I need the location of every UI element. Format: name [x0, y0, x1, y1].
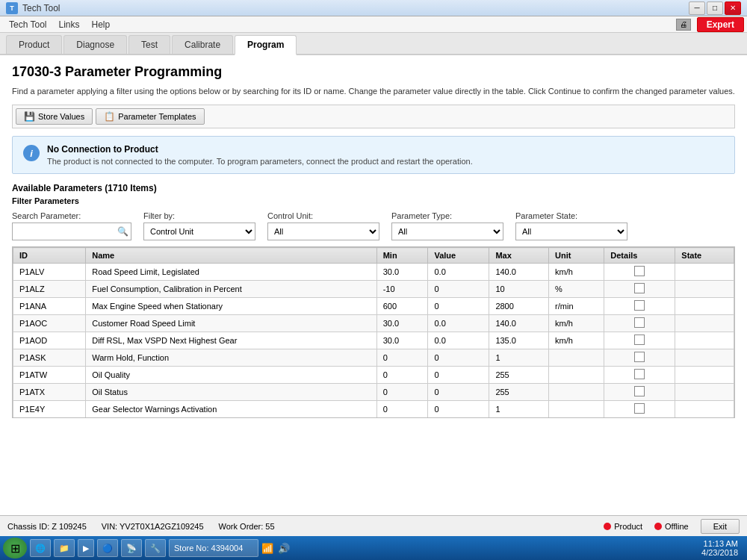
details-checkbox[interactable]: [634, 300, 645, 311]
details-checkbox[interactable]: [634, 386, 645, 396]
cell-min: 0: [376, 401, 428, 418]
taskbar-tool[interactable]: 🔧: [145, 539, 166, 557]
tab-product[interactable]: Product: [6, 35, 62, 54]
close-button[interactable]: ✕: [725, 1, 741, 15]
table-row[interactable]: P1E0W Engine Idle, Target Speed 0 0 3000…: [13, 418, 734, 419]
exit-btn-area: Product Offline Exit: [604, 519, 740, 534]
parameter-templates-icon: 📋: [104, 111, 115, 122]
control-unit-label: Control Unit:: [267, 211, 379, 220]
maximize-button[interactable]: □: [707, 1, 723, 15]
available-params-label: Available Parameters (1710 Items): [12, 183, 735, 193]
search-wrapper: 🔍: [12, 223, 131, 240]
cell-id: P1E0W: [13, 418, 86, 419]
param-state-select[interactable]: All: [515, 223, 627, 240]
cell-min: 0: [376, 418, 428, 419]
cell-max: 2800: [489, 298, 549, 315]
cell-value[interactable]: 0: [428, 281, 489, 298]
col-max: Max: [489, 248, 549, 264]
cell-details[interactable]: [604, 264, 675, 281]
cell-details[interactable]: [604, 349, 675, 367]
parameter-templates-button[interactable]: 📋 Parameter Templates: [96, 108, 204, 125]
details-checkbox[interactable]: [634, 335, 645, 345]
product-status: Product: [604, 522, 642, 531]
taskbar-ie[interactable]: 🌐: [30, 539, 51, 557]
control-unit-select[interactable]: All: [267, 223, 379, 240]
network-icon: 📶: [261, 543, 273, 554]
cell-value[interactable]: 0: [428, 384, 489, 401]
cell-value[interactable]: 0: [428, 367, 489, 384]
table-wrapper[interactable]: ID Name Min Value Max Unit Details State…: [12, 246, 735, 418]
table-row[interactable]: P1ATW Oil Quality 0 0 255: [13, 367, 734, 384]
cell-details[interactable]: [604, 315, 675, 332]
cell-min: 30.0: [376, 264, 428, 281]
exit-button[interactable]: Exit: [701, 519, 740, 534]
taskbar: ⊞ 🌐 📁 ▶ 🔵 📡 🔧 Store No: 4394004 📶 🔊 11:1…: [0, 536, 747, 560]
minimize-button[interactable]: ─: [689, 1, 705, 15]
cell-details[interactable]: [604, 384, 675, 401]
table-row[interactable]: P1ASK Warm Hold, Function 0 0 1: [13, 349, 734, 367]
table-row[interactable]: P1ALZ Fuel Consumption, Calibration in P…: [13, 281, 734, 298]
taskbar-teamviewer[interactable]: 📡: [121, 539, 142, 557]
tab-diagnose[interactable]: Diagnose: [63, 35, 127, 54]
cell-details[interactable]: [604, 332, 675, 349]
cell-state: [675, 401, 734, 418]
search-input[interactable]: [12, 223, 131, 240]
table-row[interactable]: P1E4Y Gear Selector Warnings Activation …: [13, 401, 734, 418]
cell-name: Oil Status: [86, 384, 376, 401]
taskbar-media[interactable]: ▶: [78, 539, 94, 557]
tab-test[interactable]: Test: [128, 35, 170, 54]
menu-help[interactable]: Help: [86, 18, 117, 31]
cell-value[interactable]: 0: [428, 349, 489, 367]
details-checkbox[interactable]: [634, 266, 645, 276]
table-row[interactable]: P1AOC Customer Road Speed Limit 30.0 0.0…: [13, 315, 734, 332]
cell-value[interactable]: 0: [428, 418, 489, 419]
cell-min: 30.0: [376, 332, 428, 349]
chassis-id: Chassis ID: Z 109245: [7, 522, 87, 531]
cell-id: P1ATX: [13, 384, 86, 401]
param-type-select[interactable]: All: [391, 223, 503, 240]
menu-links[interactable]: Links: [52, 18, 85, 31]
taskbar-clock[interactable]: 11:13 AM 4/23/2018: [701, 539, 744, 557]
info-text: The product is not connected to the comp…: [47, 157, 473, 166]
cell-name: Road Speed Limit, Legislated: [86, 264, 376, 281]
filter-by-label: Filter by:: [143, 211, 255, 220]
details-checkbox[interactable]: [634, 403, 645, 414]
cell-details[interactable]: [604, 367, 675, 384]
details-checkbox[interactable]: [634, 317, 645, 328]
cell-value[interactable]: 0: [428, 401, 489, 418]
cell-value[interactable]: 0: [428, 298, 489, 315]
cell-details[interactable]: [604, 298, 675, 315]
tab-calibrate[interactable]: Calibrate: [172, 35, 233, 54]
taskbar-explorer[interactable]: 📁: [54, 539, 75, 557]
store-values-button[interactable]: 💾 Store Values: [16, 108, 93, 125]
taskbar-store[interactable]: Store No: 4394004: [169, 539, 258, 557]
cell-value[interactable]: 0.0: [428, 315, 489, 332]
cell-details[interactable]: [604, 418, 675, 419]
cell-state: [675, 315, 734, 332]
filter-params-title: Filter Parameters: [12, 196, 735, 205]
cell-details[interactable]: [604, 401, 675, 418]
expert-button[interactable]: Expert: [697, 17, 744, 32]
table-row[interactable]: P1ANA Max Engine Speed when Stationary 6…: [13, 298, 734, 315]
table-row[interactable]: P1ATX Oil Status 0 0 255: [13, 384, 734, 401]
cell-value[interactable]: 0.0: [428, 264, 489, 281]
col-value: Value: [428, 248, 489, 264]
table-row[interactable]: P1ALV Road Speed Limit, Legislated 30.0 …: [13, 264, 734, 281]
cell-id: P1ASK: [13, 349, 86, 367]
start-button[interactable]: ⊞: [3, 538, 27, 559]
cell-min: 0: [376, 384, 428, 401]
menu-tech-tool[interactable]: Tech Tool: [3, 18, 52, 31]
details-checkbox[interactable]: [634, 283, 645, 293]
cell-name: Diff RSL, Max VSPD Next Highest Gear: [86, 332, 376, 349]
details-checkbox[interactable]: [634, 369, 645, 379]
details-checkbox[interactable]: [634, 352, 645, 362]
tab-program[interactable]: Program: [235, 35, 297, 55]
cell-id: P1AOD: [13, 332, 86, 349]
taskbar-chrome[interactable]: 🔵: [97, 539, 118, 557]
filter-by-select[interactable]: Control Unit: [143, 223, 255, 240]
cell-state: [675, 332, 734, 349]
cell-details[interactable]: [604, 281, 675, 298]
main-content: 17030-3 Parameter Programming Find a par…: [0, 55, 747, 517]
table-row[interactable]: P1AOD Diff RSL, Max VSPD Next Highest Ge…: [13, 332, 734, 349]
cell-value[interactable]: 0.0: [428, 332, 489, 349]
